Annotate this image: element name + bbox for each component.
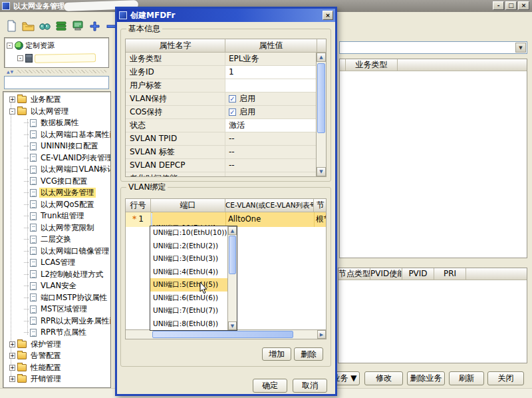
refresh-button[interactable]: 刷新 [449, 371, 484, 385]
property-value[interactable]: ✓启用 [225, 106, 317, 119]
expand-icon[interactable]: + [9, 353, 15, 359]
expand-icon[interactable]: + [9, 97, 15, 102]
dropdown-item[interactable]: UNI端口:4(EthU(4)) [150, 266, 228, 279]
scrollbar-thumb[interactable] [152, 331, 293, 338]
tree-item[interactable]: +性能配置 [3, 362, 110, 374]
vertical-scrollbar[interactable]: ▲ ▼ [316, 53, 326, 176]
splitter-arrows-icon[interactable]: ▲▼ [7, 69, 14, 74]
dropdown-item[interactable]: UNI端口:5(EthU(5)) [150, 278, 228, 292]
tree-item-label: CE-VLANID列表管理 [39, 153, 111, 163]
scrollbar-thumb[interactable] [229, 236, 236, 274]
tree-item[interactable]: 以太网带宽限制 [3, 222, 110, 234]
tree-item-label: LCAS管理 [39, 258, 77, 268]
modify-button[interactable]: 修改 [364, 371, 403, 385]
tree-item[interactable]: +保护管理 [3, 339, 110, 351]
add-row-button[interactable]: 增加 [262, 347, 291, 361]
checkbox-checked-icon[interactable]: ✓ [229, 108, 236, 116]
dropdown-item[interactable]: UNI端口:6(EthU(6)) [150, 292, 228, 305]
collapse-icon[interactable]: - [9, 108, 15, 114]
close-dialog-button[interactable]: × [323, 11, 333, 20]
chevron-down-icon[interactable]: ▼ [515, 43, 526, 53]
filter-input[interactable] [4, 76, 109, 89]
property-value: -- [225, 159, 317, 172]
port-dropdown-list: UNI端口:10(EthU(10))UNI端口:2(EthU(2))UNI端口:… [150, 226, 237, 331]
property-value[interactable]: ✓启用 [225, 93, 317, 106]
chevron-up-icon[interactable]: ▲ [151, 213, 152, 227]
tree-item-label: RPR以太网业务属性配置 [39, 316, 111, 326]
dropdown-item[interactable]: UNI端口:3(EthU(3)) [150, 252, 228, 266]
scroll-up-icon[interactable]: ▲ [317, 53, 326, 62]
add-icon[interactable] [87, 19, 102, 33]
property-value-input[interactable]: 激活 [225, 119, 317, 132]
tree-item[interactable]: 以太网端口基本属性配置 [3, 129, 110, 141]
tree-item[interactable]: CE-VLANID列表管理 [3, 152, 110, 164]
tree-item[interactable]: RPR节点属性 [3, 327, 110, 339]
vlan-binding-row[interactable]: *1 UNI端口:10(EthU(10)) ▲ AlltoOne 根节 [126, 212, 326, 227]
dropdown-item[interactable]: UNI端口:8(EthU(8)) [150, 317, 228, 331]
splitter-grip[interactable] [17, 70, 106, 73]
tree-item[interactable]: +告警配置 [3, 350, 110, 362]
expand-icon[interactable]: + [9, 376, 15, 382]
property-value-input[interactable] [225, 79, 317, 93]
scroll-right-icon[interactable]: ▶ [317, 330, 326, 339]
search-binoculars-icon[interactable] [37, 19, 52, 33]
tree-item[interactable]: MST区域管理 [3, 303, 110, 315]
open-folder-icon[interactable] [21, 19, 35, 33]
port-combobox[interactable]: UNI端口:10(EthU(10)) ▲ [152, 212, 225, 227]
cancel-button[interactable]: 取消 [293, 379, 327, 393]
delete-service-button[interactable]: 删除业务 [407, 371, 445, 385]
tree-splitter[interactable]: ▲▼ [4, 69, 109, 75]
tree-item[interactable]: RPR以太网业务属性配置 [3, 315, 110, 327]
service-filter-combobox[interactable]: ▼ [339, 41, 527, 54]
new-document-icon[interactable] [4, 19, 19, 33]
expand-icon[interactable]: + [9, 341, 15, 347]
list-view-icon[interactable] [54, 19, 68, 33]
close-button[interactable]: 关闭 [487, 371, 524, 385]
tree-connector [24, 286, 29, 286]
tree-item[interactable]: -以太网管理 [3, 106, 110, 118]
maximize-button[interactable]: □ [505, 1, 517, 10]
property-value-input[interactable]: 1 [225, 66, 317, 79]
tree-item[interactable]: UNINNI接口配置 [3, 140, 110, 152]
minimize-button[interactable]: - [493, 1, 504, 10]
service-management-panel: ▼ 业务类型 节点类型PVID使能PVIDPRI 业务 ▼修改删除业务刷新关闭 [337, 15, 529, 388]
device-view-icon[interactable] [70, 19, 85, 33]
node-type-cell[interactable]: 根节 [314, 212, 327, 227]
expand-icon[interactable]: + [9, 365, 15, 371]
document-icon [30, 270, 37, 278]
tree-item[interactable]: +业务配置 [3, 94, 110, 106]
collapse-icon[interactable]: - [17, 55, 23, 61]
close-window-button[interactable]: × [518, 1, 529, 10]
ok-button[interactable]: 确定 [253, 379, 287, 393]
tree-item[interactable]: LCAS管理 [3, 257, 110, 269]
tree-item[interactable]: 以太网端口VLAN标记配置 [3, 164, 110, 176]
tree-item[interactable]: +开销管理 [3, 373, 110, 385]
collapse-icon[interactable]: - [7, 43, 13, 49]
resource-tree-node[interactable]: - [5, 52, 108, 65]
scroll-up-icon[interactable]: ▲ [228, 226, 237, 235]
tree-item[interactable]: L2控制帧处理方式 [3, 269, 110, 281]
tree-item[interactable]: 端口MSTP协议属性 [3, 292, 110, 304]
tree-item[interactable]: 数据板属性 [3, 117, 110, 129]
checkbox-checked-icon[interactable]: ✓ [229, 95, 236, 102]
tree-item[interactable]: 以太网业务管理 [3, 187, 110, 199]
resource-tree-root[interactable]: - 定制资源 [5, 39, 108, 52]
scroll-down-icon[interactable]: ▼ [317, 167, 326, 176]
scrollbar-thumb[interactable] [317, 63, 325, 133]
dropdown-item[interactable]: UNI端口:10(EthU(10)) [150, 226, 228, 240]
ce-vlan-cell[interactable]: AlltoOne [225, 212, 314, 227]
tree-item[interactable]: Trunk组管理 [3, 210, 110, 222]
folder-icon [17, 352, 27, 359]
dropdown-scrollbar[interactable]: ▲ ▼ [227, 226, 237, 330]
tree-item[interactable]: VLAN安全 [3, 280, 110, 292]
tree-item[interactable]: 以太网端口镜像管理 [3, 246, 110, 258]
scroll-down-icon[interactable]: ▼ [228, 321, 237, 330]
dropdown-item[interactable]: UNI端口:2(EthU(2)) [150, 240, 228, 253]
tree-item[interactable]: 二层交换 [3, 234, 110, 246]
tree-item[interactable]: 以太网QoS配置 [3, 199, 110, 211]
tree-item-label: 数据板属性 [39, 118, 80, 128]
horizontal-scrollbar[interactable]: ▶ [126, 329, 326, 339]
dropdown-item[interactable]: UNI端口:7(EthU(7)) [150, 304, 228, 317]
delete-row-button[interactable]: 删除 [294, 347, 323, 361]
tree-item[interactable]: VCG接口配置 [3, 176, 110, 188]
